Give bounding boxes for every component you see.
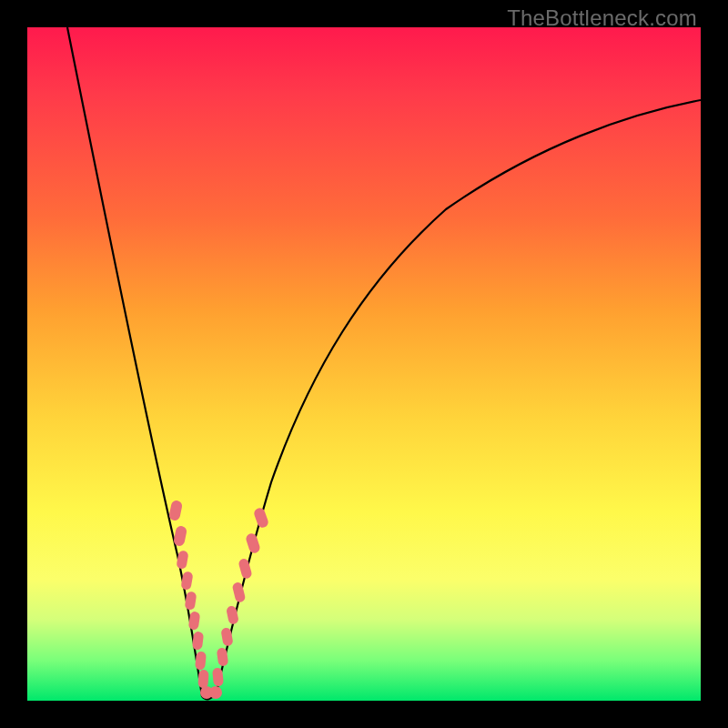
watermark-text: TheBottleneck.com [507, 5, 697, 31]
svg-rect-0 [168, 500, 183, 521]
beads-right [209, 507, 269, 699]
svg-rect-7 [195, 652, 207, 671]
bottleneck-curve [67, 27, 701, 699]
svg-rect-1 [173, 525, 187, 547]
svg-rect-16 [238, 558, 253, 580]
beads-left [168, 500, 213, 699]
svg-rect-17 [245, 532, 261, 555]
svg-rect-8 [197, 670, 208, 689]
bottleneck-curve-svg [27, 27, 701, 701]
plot-area [27, 27, 701, 701]
svg-rect-6 [192, 631, 204, 650]
svg-rect-18 [253, 507, 270, 530]
svg-rect-10 [209, 686, 222, 699]
svg-rect-3 [180, 571, 193, 591]
svg-rect-15 [231, 581, 246, 603]
chart-frame: TheBottleneck.com [0, 0, 728, 728]
svg-rect-5 [188, 611, 201, 630]
